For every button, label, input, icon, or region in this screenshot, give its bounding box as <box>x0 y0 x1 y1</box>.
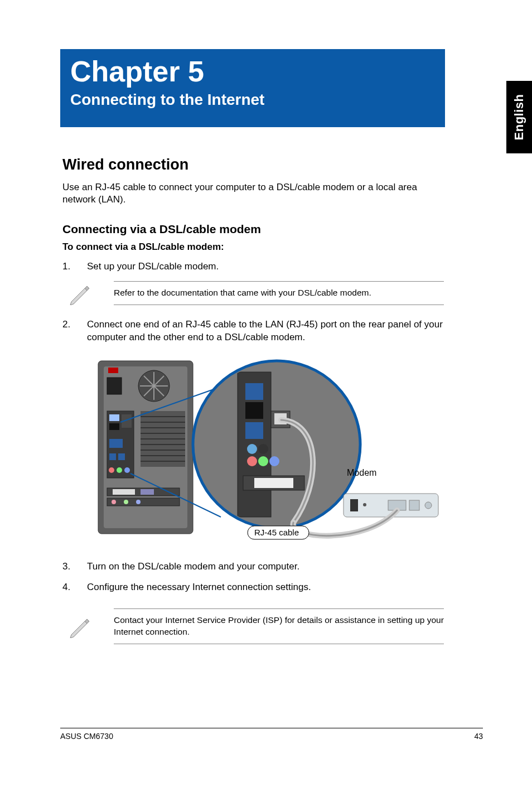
svg-point-16 <box>109 467 114 473</box>
step-4-num: 4. <box>62 581 87 594</box>
subsection-title: Connecting via a DSL/cable modem <box>62 223 444 236</box>
svg-point-38 <box>193 361 360 528</box>
step-2-text: Connect one end of an RJ-45 cable to the… <box>87 318 444 344</box>
svg-point-49 <box>258 456 268 466</box>
svg-point-58 <box>425 502 432 509</box>
note-1: Refer to the documentation that came wit… <box>114 281 444 305</box>
step-3-text: Turn on the DSL/cable modem and your com… <box>87 561 444 573</box>
svg-point-34 <box>124 500 128 504</box>
diagram-modem-label: Modem <box>347 468 376 478</box>
svg-point-50 <box>269 456 279 466</box>
page: English Chapter 5 Connecting to the Inte… <box>0 0 532 802</box>
step-1: 1. Set up your DSL/cable modem. <box>62 260 444 273</box>
svg-rect-11 <box>109 423 119 430</box>
connection-diagram: Modem RJ-45 cable <box>87 355 444 545</box>
step-2-num: 2. <box>62 318 87 344</box>
svg-point-33 <box>112 500 116 504</box>
footer-model: ASUS CM6730 <box>60 732 113 741</box>
svg-rect-7 <box>107 378 122 394</box>
diagram-svg <box>87 355 444 545</box>
svg-point-18 <box>124 467 130 473</box>
subsection-lead: To connect via a DSL/cable modem: <box>62 241 444 253</box>
svg-rect-57 <box>409 500 419 510</box>
svg-rect-41 <box>245 383 263 400</box>
step-3-num: 3. <box>62 561 87 573</box>
pencil-note-icon <box>68 615 91 638</box>
section-title: Wired connection <box>62 156 444 173</box>
pencil-note-icon <box>68 282 91 305</box>
footer-page-number: 43 <box>474 732 483 741</box>
svg-rect-43 <box>245 422 263 439</box>
svg-point-55 <box>363 503 366 506</box>
page-footer: ASUS CM6730 43 <box>60 728 483 741</box>
svg-rect-32 <box>107 498 180 506</box>
note-2-text: Contact your Internet Service Provider (… <box>114 608 444 644</box>
svg-point-46 <box>247 444 257 454</box>
svg-point-47 <box>258 444 268 454</box>
language-tab-label: English <box>512 94 526 141</box>
svg-point-35 <box>136 500 141 504</box>
step-4: 4. Configure the necessary Internet conn… <box>62 581 444 594</box>
svg-point-48 <box>247 456 257 466</box>
chapter-number: Chapter 5 <box>70 56 435 88</box>
step-1-text: Set up your DSL/cable modem. <box>87 260 444 273</box>
chapter-banner: Chapter 5 Connecting to the Internet <box>60 49 445 127</box>
note-1-text: Refer to the documentation that came wit… <box>114 281 444 305</box>
svg-rect-15 <box>118 453 125 460</box>
svg-point-17 <box>117 467 122 473</box>
svg-rect-10 <box>109 414 119 421</box>
step-2: 2. Connect one end of an RJ-45 cable to … <box>62 318 444 344</box>
svg-rect-42 <box>245 402 263 419</box>
svg-rect-54 <box>350 499 358 511</box>
svg-rect-52 <box>254 478 293 488</box>
svg-rect-8 <box>108 368 118 373</box>
svg-rect-13 <box>109 439 123 448</box>
diagram-cable-label: RJ-45 cable <box>254 528 299 537</box>
section-intro: Use an RJ-45 cable to connect your compu… <box>62 181 444 206</box>
step-1-num: 1. <box>62 260 87 273</box>
step-3: 3. Turn on the DSL/cable modem and your … <box>62 561 444 573</box>
svg-rect-30 <box>113 489 135 495</box>
step-4-text: Configure the necessary Internet connect… <box>87 581 444 594</box>
svg-rect-14 <box>109 453 116 460</box>
language-tab: English <box>506 81 532 153</box>
note-2: Contact your Internet Service Provider (… <box>114 608 444 644</box>
chapter-title: Connecting to the Internet <box>70 91 435 109</box>
content-area: Wired connection Use an RJ-45 cable to c… <box>62 156 444 658</box>
svg-rect-31 <box>141 489 154 495</box>
